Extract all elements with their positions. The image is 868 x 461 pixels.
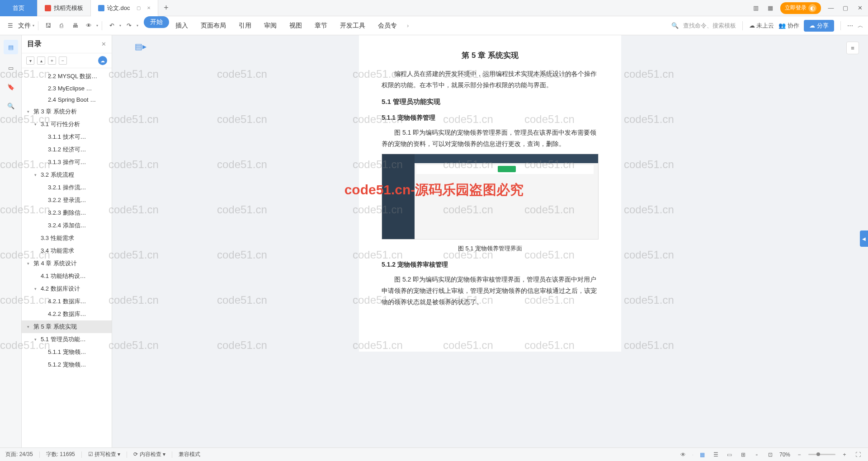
outline-item[interactable]: 3.4 功能需求 [22,245,112,257]
doc-options-icon[interactable]: ▤▸ [135,42,146,52]
tab-document[interactable]: 论文.doc▢✕ [91,0,158,16]
ribbon-tab-8[interactable]: 会员专 [372,16,403,35]
outline-item[interactable]: 2.2 MYSQL 数据… [22,70,112,83]
ribbon-tab-1[interactable]: 插入 [169,16,194,35]
outline-item[interactable]: 3.2.3 删除信… [22,207,112,219]
outline-item[interactable]: 5.1.2 宠物领… [22,358,112,371]
close-icon[interactable]: ✕ [855,4,864,13]
spellcheck-button[interactable]: ☑ 拼写检查 ▾ [88,451,121,458]
ribbon-tab-2[interactable]: 页面布局 [194,16,232,35]
outline-item[interactable]: 5.1.1 宠物领… [22,346,112,358]
minimize-icon[interactable]: — [826,4,835,13]
outline-item[interactable]: ▾3.2 系统流程 [22,169,112,181]
outline-item[interactable]: ▾第 4 章 系统设计 [22,257,112,270]
undo-icon[interactable]: ↶ [106,20,118,32]
collaborate-button[interactable]: 👥 协作 [778,22,799,30]
tree-toggle-icon[interactable]: ▾ [34,337,40,342]
ribbon-tab-5[interactable]: 视图 [283,16,308,35]
outline-item[interactable]: 3.1.1 技术可… [22,131,112,143]
chevron-down-icon[interactable]: ▾ [137,24,138,28]
zoom-slider[interactable] [808,454,835,455]
view-outline-icon[interactable]: ☰ [712,450,721,459]
tree-toggle-icon[interactable]: ▾ [27,261,33,266]
saveas-icon[interactable]: ⎙ [56,20,67,32]
page-icon[interactable]: ▭ [5,62,16,73]
outline-item[interactable]: 3.2.4 添加信… [22,219,112,232]
tree-toggle-icon[interactable]: ▾ [34,173,40,177]
outline-icon[interactable]: ▤ [4,40,18,54]
tree-toggle-icon[interactable]: ▾ [27,109,33,114]
outline-item[interactable]: 4.2.2 数据库… [22,308,112,320]
fullscreen-icon[interactable]: ⛶ [854,450,863,459]
expand-all-icon[interactable]: ▴ [37,56,45,65]
ribbon-tab-6[interactable]: 章节 [308,16,334,35]
outline-item[interactable]: ▾5.1 管理员功能… [22,333,112,346]
chevron-down-icon[interactable]: ▾ [33,24,34,28]
add-heading-icon[interactable]: + [48,56,56,65]
tab-template[interactable]: 找稻壳模板 [38,0,91,16]
tab-close-icon[interactable]: ✕ [147,5,151,10]
view-web-icon[interactable]: ▭ [725,450,734,459]
more-icon[interactable]: ⋯ [847,22,853,29]
eye-icon[interactable]: 👁 [679,450,688,459]
collapse-ribbon-icon[interactable]: ︿ [858,22,863,30]
preview-icon[interactable]: 👁 [83,20,94,32]
outline-item[interactable]: 3.2.1 操作流… [22,181,112,194]
view-read-icon[interactable]: ▫ [752,450,761,459]
zoom-level[interactable]: 70% [779,452,790,458]
outline-item[interactable]: ▾3.1 可行性分析 [22,118,112,131]
compat-mode[interactable]: 兼容模式 [179,451,200,458]
share-button[interactable]: ☁ 分享 [804,20,834,32]
ribbon-tab-0[interactable]: 开始 [144,16,169,28]
view-page-icon[interactable]: ▦ [698,450,707,459]
tab-add[interactable]: + [158,3,175,13]
outline-item[interactable]: ▾第 5 章 系统实现 [22,320,112,333]
page-indicator[interactable]: 页面: 24/35 [5,451,33,458]
maximize-icon[interactable]: ▢ [841,4,850,13]
outline-item[interactable]: 2.4 Spring Boot … [22,94,112,105]
apps-icon[interactable]: ▦ [766,4,775,13]
bookmark-icon[interactable]: 🔖 [5,81,16,92]
outline-item[interactable]: 2.3 MyEclipse … [22,83,112,94]
outline-item[interactable]: 4.1 功能结构设… [22,270,112,282]
sync-icon[interactable]: ☁ [98,56,107,65]
document-area[interactable]: ▤▸ ≡ 第 5 章 系统实现 编程人员在搭建的开发环境中，运用编程技术实现本系… [112,35,868,447]
tree-toggle-icon[interactable]: ▾ [34,287,40,291]
layout-icon[interactable]: ▥ [751,4,760,13]
ribbon-tab-3[interactable]: 引用 [232,16,258,35]
view-grid-icon[interactable]: ⊞ [739,450,748,459]
ribbon-tab-4[interactable]: 审阅 [258,16,283,35]
tree-toggle-icon[interactable]: ▾ [34,122,40,127]
tree-toggle-icon[interactable]: ▾ [27,325,33,329]
word-count[interactable]: 字数: 11695 [46,451,75,458]
remove-heading-icon[interactable]: − [59,56,67,65]
print-icon[interactable]: 🖶 [69,20,81,32]
search-icon[interactable]: 🔍 [5,100,16,111]
tab-home[interactable]: 首页 [0,0,38,16]
close-icon[interactable]: ✕ [101,41,106,47]
menu-icon[interactable]: ☰ [5,20,16,32]
chevron-down-icon[interactable]: ▾ [96,24,98,28]
collapse-all-icon[interactable]: ▾ [26,56,34,65]
ribbon-tab-7[interactable]: 开发工具 [334,16,372,35]
outline-item[interactable]: ▾4.2 数据库设计 [22,282,112,295]
right-drawer-toggle[interactable]: ◀ [860,230,868,247]
outline-item[interactable]: 4.2.1 数据库… [22,295,112,308]
outline-item[interactable]: 3.3 性能需求 [22,232,112,245]
fit-icon[interactable]: ⊡ [766,450,775,459]
zoom-out-icon[interactable]: − [795,450,804,459]
command-search[interactable]: 查找命令、搜索模板 [683,22,736,30]
zoom-in-icon[interactable]: + [840,450,849,459]
ribbon-overflow-icon[interactable]: › [407,22,409,29]
outline-item[interactable]: 3.2.2 登录流… [22,194,112,207]
save-icon[interactable]: 🖫 [42,20,54,32]
login-button[interactable]: 立即登录◐ [780,2,821,14]
cloud-status[interactable]: ☁ 未上云 [749,22,774,30]
file-menu[interactable]: 文件 [18,22,31,30]
outline-item[interactable]: ▾第 3 章 系统分析 [22,105,112,118]
tab-window-icon[interactable]: ▢ [137,5,141,10]
side-panel-toggle[interactable]: ≡ [846,42,859,54]
outline-item[interactable]: 3.1.2 经济可… [22,143,112,156]
content-check-button[interactable]: ⟳ 内容检查 ▾ [133,451,165,458]
outline-item[interactable]: 3.1.3 操作可… [22,156,112,169]
